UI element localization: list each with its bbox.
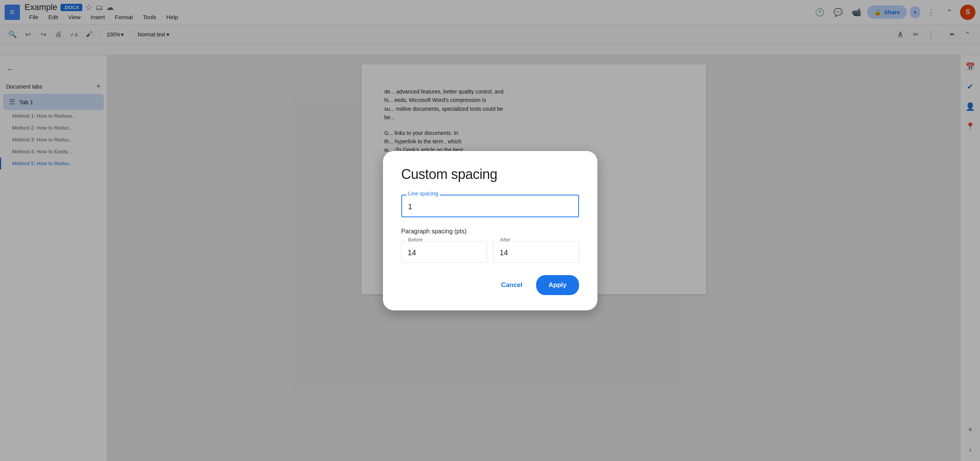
paragraph-spacing-label: Paragraph spacing (pts)	[401, 228, 579, 235]
line-spacing-input[interactable]	[401, 195, 579, 217]
after-input[interactable]	[493, 241, 579, 263]
overlay[interactable]: Custom spacing Line spacing Paragraph sp…	[0, 0, 980, 461]
paragraph-spacing-row: Before After	[401, 241, 579, 263]
apply-button[interactable]: Apply	[536, 275, 579, 295]
custom-spacing-dialog: Custom spacing Line spacing Paragraph sp…	[383, 151, 597, 310]
dialog-actions: Cancel Apply	[401, 275, 579, 295]
cancel-button[interactable]: Cancel	[494, 277, 530, 294]
after-field: After	[493, 241, 579, 263]
dialog-title: Custom spacing	[401, 166, 579, 182]
before-input[interactable]	[401, 241, 487, 263]
line-spacing-field-group: Line spacing	[401, 195, 579, 217]
line-spacing-label: Line spacing	[407, 190, 440, 197]
before-label: Before	[407, 237, 424, 243]
after-label: After	[499, 237, 512, 243]
before-field: Before	[401, 241, 487, 263]
